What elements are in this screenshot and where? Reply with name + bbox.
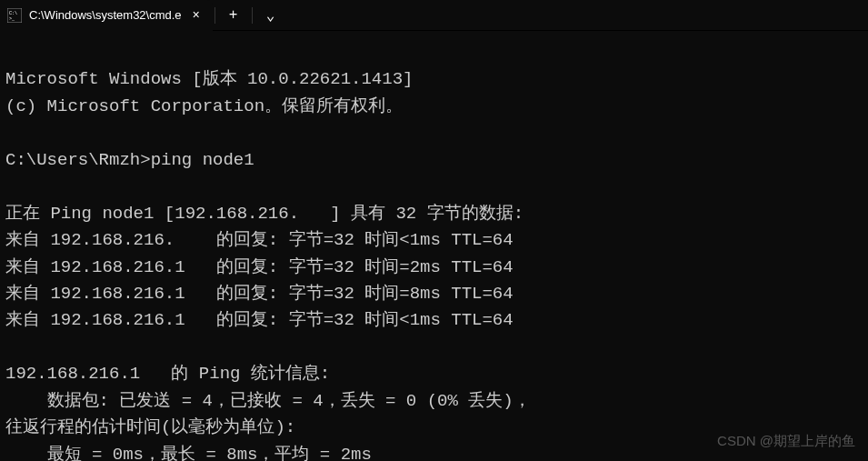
stats-rtt-header: 往返行程的估计时间(以毫秒为单位):: [5, 417, 295, 437]
svg-text:>_: >_: [9, 16, 15, 22]
tab-dropdown-button[interactable]: ⌄: [254, 2, 287, 29]
reply-line-1: 来自 192.168.216. 的回复: 字节=32 时间<1ms TTL=64: [5, 230, 514, 250]
tab-cmd[interactable]: C:\ >_ C:\Windows\system32\cmd.e ×: [0, 0, 213, 31]
reply-line-3: 来自 192.168.216.1 的回复: 字节=32 时间=8ms TTL=6…: [5, 284, 514, 304]
reply-line-4: 来自 192.168.216.1 的回复: 字节=32 时间<1ms TTL=6…: [5, 310, 514, 330]
action-divider: [252, 7, 253, 24]
reply-line-2: 来自 192.168.216.1 的回复: 字节=32 时间=2ms TTL=6…: [5, 257, 514, 277]
command-text: ping node1: [151, 150, 254, 170]
prompt: C:\Users\Rmzh>: [5, 150, 151, 170]
new-tab-button[interactable]: +: [217, 2, 250, 29]
banner-line: Microsoft Windows [版本 10.0.22621.1413]: [5, 69, 413, 89]
tab-close-button[interactable]: ×: [189, 8, 204, 23]
titlebar-actions: + ⌄: [217, 2, 287, 29]
stats-header: 192.168.216.1 的 Ping 统计信息:: [5, 364, 330, 384]
copyright-line: (c) Microsoft Corporation。保留所有权利。: [5, 96, 403, 116]
cmd-icon: C:\ >_: [7, 8, 22, 23]
tab-divider: [215, 7, 215, 24]
stats-rtt: 最短 = 0ms，最长 = 8ms，平均 = 2ms: [5, 445, 372, 461]
titlebar: C:\ >_ C:\Windows\system32\cmd.e × + ⌄: [0, 0, 868, 31]
tab-title: C:\Windows\system32\cmd.e: [29, 8, 182, 22]
pinging-line: 正在 Ping node1 [192.168.216. ] 具有 32 字节的数…: [5, 204, 524, 224]
stats-packets: 数据包: 已发送 = 4，已接收 = 4，丢失 = 0 (0% 丢失)，: [5, 391, 531, 411]
terminal-output[interactable]: Microsoft Windows [版本 10.0.22621.1413] (…: [0, 31, 868, 461]
